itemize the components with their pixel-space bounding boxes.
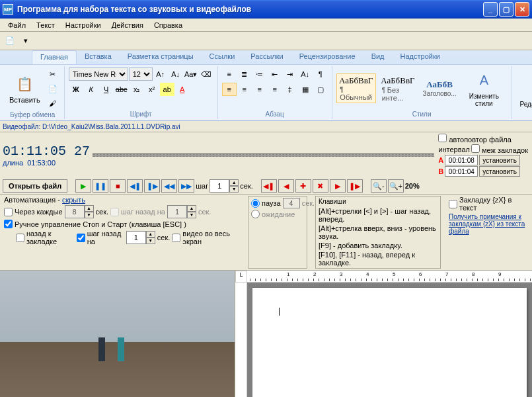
bm-add-button[interactable]: ✚ bbox=[295, 179, 311, 193]
underline-button[interactable]: Ч bbox=[99, 83, 114, 96]
doc-btn[interactable]: 📄 bbox=[3, 34, 17, 48]
wait-radio[interactable]: ожидание bbox=[251, 210, 304, 218]
keys-l2: [Alt]+стрелка вверх, вниз - уровень звук… bbox=[319, 224, 437, 240]
tab-home[interactable]: Главная bbox=[32, 50, 77, 64]
bm-next-button[interactable]: ▶ bbox=[330, 179, 346, 193]
autorepeat-panel: автоповтор файла интервал меж закладок A… bbox=[437, 134, 529, 177]
zoom-out-button[interactable]: 🔍- bbox=[371, 179, 387, 193]
step-fwd-button[interactable]: ❚▶ bbox=[144, 179, 160, 193]
italic-button[interactable]: К bbox=[84, 83, 98, 96]
autorepeat-check[interactable]: автоповтор файла bbox=[438, 134, 528, 144]
timeline-track-bottom[interactable] bbox=[93, 155, 434, 157]
manual-check[interactable]: Ручное управление Стоп и Старт (клавиша … bbox=[4, 220, 240, 228]
timeline-track-top[interactable] bbox=[93, 154, 434, 155]
b-time-input[interactable] bbox=[445, 166, 478, 177]
justify-button[interactable]: ≡ bbox=[268, 83, 282, 96]
bm-link[interactable]: Получить примечания к закладкам {zX} из … bbox=[449, 213, 528, 235]
border-button[interactable]: ▢ bbox=[313, 83, 328, 96]
strike-button[interactable]: abc bbox=[114, 83, 129, 96]
copy-button[interactable]: 📄 bbox=[46, 82, 60, 95]
indent-inc-button[interactable]: ⇥ bbox=[283, 67, 297, 81]
ruler-vertical[interactable] bbox=[235, 283, 247, 397]
bm-prev-end-button[interactable]: ◀❚ bbox=[261, 179, 277, 193]
stop-button[interactable]: ■ bbox=[110, 179, 126, 193]
editing-button[interactable]: 🔍 Редактирование bbox=[516, 77, 532, 109]
hide-link[interactable]: скрыть bbox=[62, 196, 85, 204]
shading-button[interactable]: ▦ bbox=[298, 83, 313, 96]
grow-font-button[interactable]: A↑ bbox=[153, 67, 168, 81]
erase-button[interactable]: ⌫ bbox=[199, 67, 213, 81]
step-spinner[interactable]: ▲▼ bbox=[209, 179, 239, 193]
bm-del-button[interactable]: ✖ bbox=[313, 179, 328, 193]
align-center-button[interactable]: ≡ bbox=[237, 83, 252, 96]
bm-next-end-button[interactable]: ❚▶ bbox=[347, 179, 363, 193]
tab-selector[interactable]: L bbox=[235, 271, 247, 283]
subscript-button[interactable]: x₂ bbox=[130, 83, 144, 96]
automation-header: Автоматизация - скрыть bbox=[4, 196, 240, 204]
align-right-button[interactable]: ≡ bbox=[252, 83, 267, 96]
paste-button[interactable]: 📋 Вставить bbox=[5, 72, 44, 105]
tab-insert[interactable]: Вставка bbox=[77, 50, 120, 64]
menu-help[interactable]: Справка bbox=[149, 20, 188, 30]
sort-button[interactable]: A↓ bbox=[298, 67, 313, 81]
video-frame[interactable] bbox=[0, 271, 235, 397]
pause-radio[interactable]: пауза сек. bbox=[251, 198, 304, 208]
step-back-button[interactable]: ◀❚ bbox=[127, 179, 143, 193]
line-spacing-button[interactable]: ‡ bbox=[283, 83, 297, 96]
show-marks-button[interactable]: ¶ bbox=[313, 67, 328, 81]
font-size-select[interactable]: 12 bbox=[129, 67, 153, 81]
style-nospacing[interactable]: АаБбВвГ ¶ Без инте... bbox=[377, 73, 418, 104]
indent-dec-button[interactable]: ⇤ bbox=[268, 67, 282, 81]
bullet-list-button[interactable]: ≡ bbox=[222, 67, 237, 81]
bm-to-text-check[interactable]: Закладку {zX} в текст bbox=[449, 196, 528, 212]
format-painter-button[interactable]: 🖌 bbox=[46, 97, 60, 110]
multilevel-button[interactable]: ≔ bbox=[252, 67, 267, 81]
tab-layout[interactable]: Разметка страницы bbox=[120, 50, 202, 64]
tab-addins[interactable]: Надстройки bbox=[393, 50, 448, 64]
tab-review[interactable]: Рецензирование bbox=[291, 50, 363, 64]
document-page[interactable] bbox=[252, 288, 527, 397]
bm-prev-button[interactable]: ◀ bbox=[278, 179, 294, 193]
open-file-button[interactable]: Открыть файл bbox=[3, 179, 67, 193]
font-name-select[interactable]: Times New Ro bbox=[69, 67, 128, 81]
play-button[interactable]: ▶ bbox=[75, 179, 91, 193]
menu-text[interactable]: Текст bbox=[31, 20, 60, 30]
cut-button[interactable]: ✂ bbox=[46, 67, 60, 81]
style-normal[interactable]: АаБбВвГ ¶ Обычный bbox=[336, 73, 376, 103]
b-set-button[interactable]: установить bbox=[479, 166, 520, 177]
back-bm-check[interactable]: назад к закладке шаг назад на ▲▼ сек. ви… bbox=[16, 230, 240, 245]
highlight-button[interactable]: ab bbox=[160, 83, 174, 96]
zoom-in-button[interactable]: 🔍+ bbox=[388, 179, 404, 193]
menu-file[interactable]: Файл bbox=[3, 20, 31, 30]
between-bm-check[interactable]: меж закладок bbox=[471, 144, 528, 154]
text-cursor bbox=[279, 308, 280, 316]
style-heading[interactable]: АаБбВ Заголово... bbox=[420, 77, 459, 99]
close-button[interactable]: ✕ bbox=[515, 2, 529, 17]
superscript-button[interactable]: x² bbox=[145, 83, 159, 96]
clear-format-button[interactable]: Aa▾ bbox=[184, 67, 198, 81]
dropdown-btn[interactable]: ▾ bbox=[19, 34, 33, 48]
a-set-button[interactable]: установить bbox=[479, 155, 520, 165]
menu-settings[interactable]: Настройки bbox=[60, 20, 106, 30]
ffwd-button[interactable]: ▶▶ bbox=[178, 179, 194, 193]
tab-mail[interactable]: Рассылки bbox=[243, 50, 291, 64]
fullscreen-check[interactable] bbox=[172, 234, 180, 242]
ruler-horizontal[interactable]: 123456789 bbox=[247, 271, 532, 283]
every-check[interactable]: Через каждые ▲▼ сек. шаг назад на ▲▼ сек… bbox=[4, 205, 240, 218]
bold-button[interactable]: Ж bbox=[69, 83, 83, 96]
number-list-button[interactable]: ≣ bbox=[237, 67, 252, 81]
rewind-button[interactable]: ◀◀ bbox=[161, 179, 177, 193]
maximize-button[interactable]: ▢ bbox=[499, 2, 513, 17]
tab-links[interactable]: Ссылки bbox=[202, 50, 243, 64]
font-color-button[interactable]: A bbox=[175, 83, 190, 96]
pause-button[interactable]: ❚❚ bbox=[93, 179, 108, 193]
tab-view[interactable]: Вид bbox=[363, 50, 393, 64]
page-scroll-area[interactable] bbox=[247, 283, 532, 397]
shrink-font-button[interactable]: A↓ bbox=[169, 67, 183, 81]
change-styles-button[interactable]: A Изменить стили bbox=[461, 69, 507, 109]
change-styles-icon: A bbox=[473, 70, 494, 91]
menu-actions[interactable]: Действия bbox=[106, 20, 149, 30]
a-time-input[interactable] bbox=[445, 155, 478, 165]
align-left-button[interactable]: ≡ bbox=[222, 83, 237, 96]
minimize-button[interactable]: _ bbox=[483, 2, 498, 17]
